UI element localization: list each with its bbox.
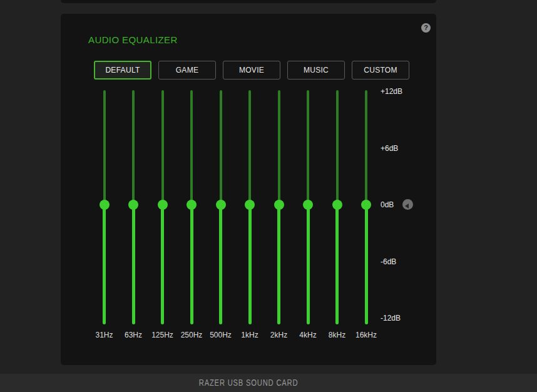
eq-slider-16kHz[interactable]: 16kHz bbox=[352, 90, 381, 324]
eq-slider-250Hz[interactable]: 250Hz bbox=[177, 90, 206, 324]
eq-slider-31Hz[interactable]: 31Hz bbox=[90, 90, 119, 324]
slider-track-lower bbox=[277, 205, 280, 324]
slider-thumb-16kHz[interactable] bbox=[361, 200, 371, 210]
eq-slider-500Hz[interactable]: 500Hz bbox=[207, 90, 235, 324]
scale-label-12dB: +12dB bbox=[381, 86, 402, 96]
slider-track-upper bbox=[132, 90, 135, 205]
slider-track-lower bbox=[161, 205, 164, 324]
previous-panel-bottom-edge bbox=[61, 0, 436, 3]
slider-track-lower bbox=[190, 205, 193, 324]
page: ? AUDIO EQUALIZER DEFAULTGAMEMOVIEMUSICC… bbox=[0, 0, 537, 392]
audio-equalizer-panel: ? AUDIO EQUALIZER DEFAULTGAMEMOVIEMUSICC… bbox=[61, 14, 436, 365]
eq-slider-125Hz[interactable]: 125Hz bbox=[148, 90, 177, 324]
eq-slider-4kHz[interactable]: 4kHz bbox=[294, 90, 322, 324]
slider-track-upper bbox=[190, 90, 193, 205]
slider-track-upper bbox=[248, 90, 251, 205]
eq-slider-63Hz[interactable]: 63Hz bbox=[119, 90, 148, 324]
slider-thumb-500Hz[interactable] bbox=[216, 200, 226, 210]
slider-thumb-2kHz[interactable] bbox=[274, 200, 284, 210]
device-bar: RAZER USB SOUND CARD bbox=[0, 374, 537, 392]
slider-thumb-31Hz[interactable] bbox=[100, 200, 110, 210]
slider-track-upper bbox=[220, 90, 222, 205]
equalizer-area: 31Hz63Hz125Hz250Hz500Hz1kHz2kHz4kHz8kHz1… bbox=[61, 14, 436, 365]
device-name-label: RAZER USB SOUND CARD bbox=[199, 374, 299, 392]
slider-thumb-250Hz[interactable] bbox=[187, 200, 197, 210]
slider-thumb-1kHz[interactable] bbox=[245, 200, 255, 210]
slider-track-lower bbox=[307, 205, 310, 324]
slider-thumb-125Hz[interactable] bbox=[158, 200, 168, 210]
slider-track-lower bbox=[248, 205, 252, 324]
eq-slider-1kHz[interactable]: 1kHz bbox=[235, 90, 264, 324]
eq-slider-8kHz[interactable]: 8kHz bbox=[323, 90, 352, 324]
eq-slider-2kHz[interactable]: 2kHz bbox=[265, 90, 294, 324]
slider-thumb-4kHz[interactable] bbox=[303, 200, 313, 210]
scale-label--12dB: -12dB bbox=[381, 313, 401, 323]
slider-track-upper bbox=[365, 90, 367, 205]
slider-track-upper bbox=[278, 90, 280, 205]
slider-track-lower bbox=[219, 205, 222, 324]
device-tab[interactable]: RAZER USB SOUND CARD bbox=[61, 374, 436, 392]
scale-label--6dB: -6dB bbox=[381, 257, 396, 267]
arrow-left-icon bbox=[405, 204, 409, 209]
slider-track-lower bbox=[132, 205, 135, 324]
slider-track-lower bbox=[335, 205, 339, 324]
slider-track-lower bbox=[365, 205, 368, 324]
slider-track-upper bbox=[161, 90, 164, 205]
scale-label-6dB: +6dB bbox=[381, 143, 398, 153]
slider-thumb-63Hz[interactable] bbox=[128, 200, 138, 210]
slider-track-upper bbox=[103, 90, 106, 205]
freq-label-16kHz: 16kHz bbox=[344, 330, 388, 340]
collapse-panel-button[interactable] bbox=[402, 199, 413, 210]
slider-track-upper bbox=[336, 90, 339, 205]
slider-track-lower bbox=[103, 205, 106, 324]
slider-track-upper bbox=[307, 90, 309, 205]
slider-thumb-8kHz[interactable] bbox=[332, 200, 342, 210]
scale-label-0dB: 0dB bbox=[381, 200, 394, 210]
